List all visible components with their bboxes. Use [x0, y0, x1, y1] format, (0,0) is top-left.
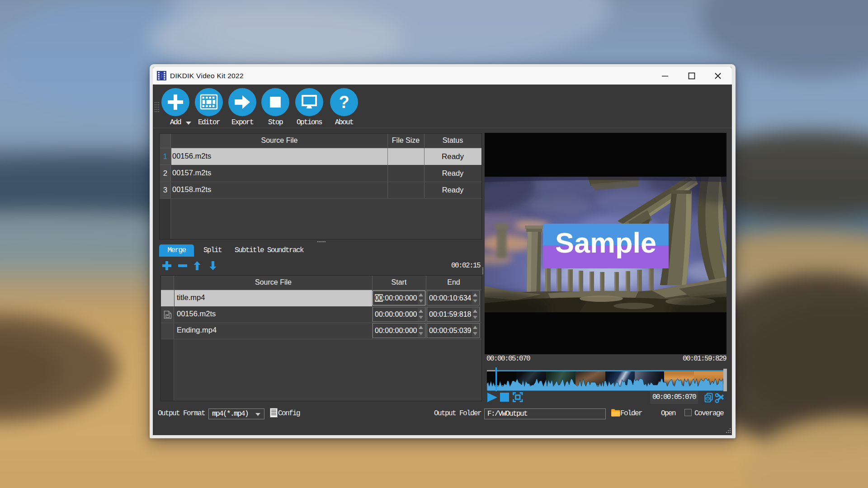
svg-text:?: ? [339, 93, 349, 112]
